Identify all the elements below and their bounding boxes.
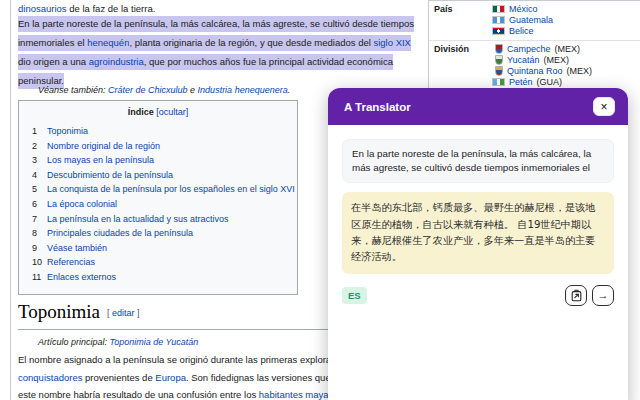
wiki-link[interactable]: Petén [509, 77, 533, 87]
toc-item-link[interactable]: La conquista de la península por los esp… [47, 184, 295, 194]
toc-item-number: 9 [32, 241, 44, 256]
toc-item-list: 1Toponimia2Nombre original de la región3… [19, 124, 297, 285]
toc-item-number: 10 [32, 255, 44, 270]
text-run: dio origen a una [18, 54, 89, 70]
text-run: este nombre habría resultado de una conf… [18, 389, 259, 400]
toc-hide-toggle[interactable]: [ocultar] [156, 107, 188, 117]
flag-peten-icon [492, 78, 505, 86]
toc-item-link[interactable]: Nombre original de la región [47, 141, 160, 151]
flag-guatemala-icon [492, 16, 505, 24]
toc-item-number: 7 [32, 212, 44, 227]
toc-item-link[interactable]: Toponimia [47, 126, 88, 136]
country-code-suffix: (MEX) [567, 66, 593, 76]
toc-item-number: 4 [32, 168, 44, 183]
wiki-link[interactable]: dinosaurios [18, 3, 67, 14]
source-language-badge: ES [342, 287, 367, 304]
wiki-link[interactable]: Europa [155, 372, 186, 383]
text-run: . [288, 85, 291, 95]
wiki-link[interactable]: conquistadores [18, 372, 82, 383]
toc-item: 3Los mayas en la península [32, 153, 297, 168]
section-heading: Toponimia[ editar ] [18, 301, 140, 323]
source-text-card[interactable]: En la parte noreste de la península, la … [342, 139, 614, 183]
toc-item-link[interactable]: Principales ciudades de la península [47, 228, 193, 238]
toc-item-number: 11 [32, 270, 44, 285]
wiki-link[interactable]: México [509, 4, 538, 14]
toc-item-number: 6 [32, 197, 44, 212]
toc-title: Índice [128, 107, 154, 117]
translator-popup: A Translator × En la parte noreste de la… [328, 88, 628, 400]
close-icon: × [600, 101, 607, 113]
text-run: provenientes de [82, 372, 155, 383]
toc-item: 7La península en la actualidad y sus atr… [32, 212, 297, 227]
popup-buttons: → [565, 285, 614, 306]
infobox-values: MéxicoGuatemalaBelice [492, 3, 640, 36]
edit-bracket-close: ] [135, 308, 140, 318]
infobox-value-line: Belice [492, 25, 640, 36]
wiki-link[interactable]: Quintana Roo [507, 66, 563, 76]
translated-text: 在半岛的东北部，钙质最多、最野生的赫尼根，是该地区原生的植物，自古以来就有种植。… [351, 202, 596, 262]
translated-text-card[interactable]: 在半岛的东北部，钙质最多、最野生的赫尼根，是该地区原生的植物，自古以来就有种植。… [342, 192, 614, 273]
toc-item-number: 3 [32, 153, 44, 168]
wiki-link[interactable]: agroindustria [89, 54, 144, 70]
popup-body: En la parte noreste de la península, la … [328, 125, 628, 306]
text-run: , que por muchos años fue la principal a… [144, 54, 393, 70]
popup-header[interactable]: A Translator × [328, 88, 628, 125]
infobox-value-line: Quintana Roo (MEX) [492, 65, 640, 76]
text-line: dio origen a una agroindustria, que por … [18, 52, 414, 71]
arrow-icon: → [598, 289, 609, 301]
edit-section-link[interactable]: editar [112, 308, 135, 318]
flag-campeche-icon [495, 44, 503, 54]
infobox: PaísMéxicoGuatemalaBeliceDivisiónCampech… [428, 0, 640, 102]
wiki-link[interactable]: Cráter de Chicxulub [108, 85, 188, 95]
wiki-link[interactable]: Campeche [507, 44, 551, 54]
flag-mexico-icon [492, 5, 505, 13]
text-run: e [188, 85, 198, 95]
infobox-value-line: México [492, 3, 640, 14]
toc-item: 10Referencias [32, 255, 297, 270]
toc-item-link[interactable]: La época colonial [47, 199, 117, 209]
toc-item-link[interactable]: Véase también [47, 243, 107, 253]
infobox-value-line: Petén (GUA) [492, 76, 640, 87]
country-code-suffix: (MEX) [555, 44, 581, 54]
wiki-link[interactable]: Yucatán [507, 55, 540, 65]
wiki-link[interactable]: Industria henequenera [198, 85, 288, 95]
wiki-link[interactable]: henequén [87, 35, 129, 51]
country-code-suffix: (MEX) [544, 55, 570, 65]
source-text: En la parte noreste de la península, la … [352, 148, 591, 173]
toc-item-number: 2 [32, 139, 44, 154]
section-title: Toponimia [18, 301, 100, 322]
wiki-link[interactable]: Toponimia de Yucatán [110, 337, 199, 347]
infobox-rows: PaísMéxicoGuatemalaBeliceDivisiónCampech… [429, 1, 640, 102]
selected-paragraph: En la parte noreste de la península, la … [18, 14, 414, 90]
infobox-row: PaísMéxicoGuatemalaBelice [429, 1, 640, 40]
wikipedia-page-with-translator-popup: dinosaurios de la faz de la tierra. En l… [0, 0, 640, 400]
toc-item-number: 5 [32, 182, 44, 197]
wiki-link[interactable]: Guatemala [509, 15, 553, 25]
toc-item: 9Véase también [32, 241, 297, 256]
text-run: En la parte noreste de la península, la … [18, 16, 414, 32]
toc-item-link[interactable]: Referencias [47, 257, 95, 267]
copy-button[interactable] [565, 285, 587, 306]
see-also-hatnote: Véanse también: Cráter de Chicxulub e In… [38, 84, 290, 96]
text-line: inmemoriales el henequén, planta origina… [18, 33, 414, 52]
text-run: , planta originaria de la región, y que … [129, 35, 373, 51]
toc-item-link[interactable]: Descubrimiento de la península [47, 170, 173, 180]
forward-button[interactable]: → [592, 285, 614, 306]
toc-item: 11Enlaces externos [32, 270, 297, 285]
wiki-link[interactable]: siglo XIX [373, 35, 411, 51]
text-run: de la faz de la tierra. [67, 3, 156, 14]
toc-item: 4Descubrimiento de la península [32, 168, 297, 183]
toc-item-number: 1 [32, 124, 44, 139]
popup-title: A Translator [344, 101, 411, 113]
toc-item-link[interactable]: Los mayas en la península [47, 155, 154, 165]
country-code-suffix: (GUA) [537, 77, 563, 87]
wiki-link[interactable]: habitantes mayas [259, 389, 333, 400]
copy-icon [570, 289, 583, 302]
toc-item-link[interactable]: La península en la actualidad y sus atra… [47, 214, 229, 224]
popup-actions-row: ES → [342, 285, 614, 306]
toc-item: 6La época colonial [32, 197, 297, 212]
wiki-link[interactable]: Belice [509, 26, 534, 36]
toc-item-link[interactable]: Enlaces externos [47, 272, 116, 282]
close-button[interactable]: × [593, 97, 615, 116]
toc-item-number: 8 [32, 226, 44, 241]
